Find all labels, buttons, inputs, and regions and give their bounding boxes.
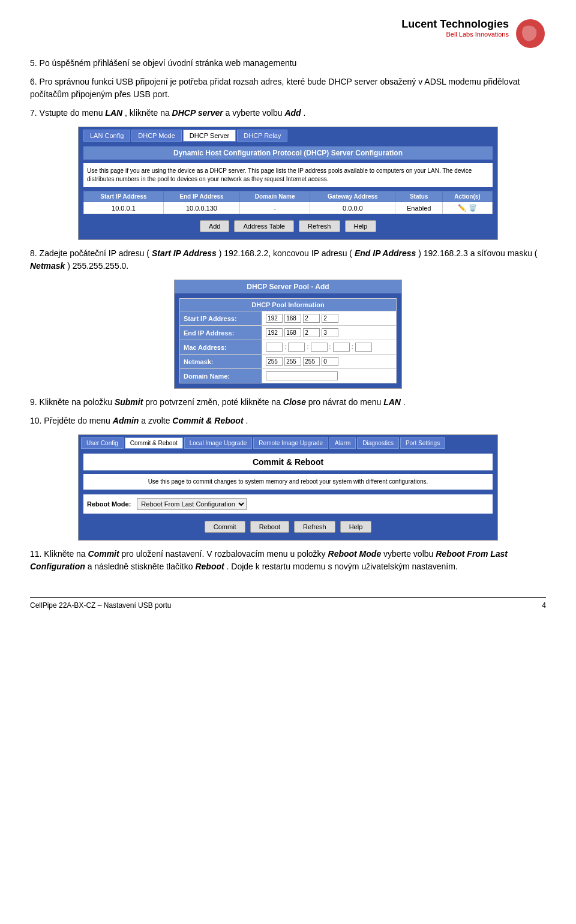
commit-button[interactable]: Commit (205, 521, 245, 533)
form-row-start-ip: Start IP Address: (180, 311, 397, 326)
dhcp-buttons-row: Add Address Table Refresh Help (83, 218, 493, 235)
section-9-num: 9. (30, 397, 37, 407)
end-ip-inputs (262, 326, 397, 340)
domain-label: Domain Name: (180, 369, 262, 383)
refresh-button[interactable]: Refresh (299, 220, 340, 232)
col-status: Status (395, 191, 443, 202)
tab-dhcp-relay[interactable]: DHCP Relay (237, 130, 287, 142)
tab-lan-config[interactable]: LAN Config (83, 130, 130, 142)
col-start-ip: Start IP Address (84, 191, 164, 202)
commit-buttons-row: Commit Reboot Refresh Help (83, 518, 493, 535)
commit-panel-desc: Use this page to commit changes to syste… (83, 474, 493, 490)
address-table-button[interactable]: Address Table (234, 220, 294, 232)
tagline: Bell Labs Innovations (401, 31, 509, 38)
cell-actions: ✏️ 🗑️ (443, 202, 493, 214)
form-row-mac: Mac Address: : : : : (180, 340, 397, 355)
section-11-commit: Commit (88, 549, 119, 559)
mac-2[interactable] (288, 343, 305, 352)
section-5-num: 5. (30, 58, 37, 68)
cell-gateway: 0.0.0.0 (310, 202, 395, 214)
end-ip-1[interactable] (266, 328, 283, 337)
section-6: 6. Pro správnou funkci USB připojení je … (30, 76, 546, 101)
form-row-subtitle: DHCP Pool Information (180, 299, 397, 311)
reboot-button[interactable]: Reboot (250, 521, 289, 533)
section-5: 5. Po úspěšném přihlášení se objeví úvod… (30, 57, 546, 70)
delete-icon[interactable]: 🗑️ (469, 204, 477, 212)
commit-panel-title: Commit & Reboot (83, 454, 493, 470)
cell-start-ip: 10.0.0.1 (84, 202, 164, 214)
section-9-submit: Submit (115, 397, 143, 407)
dhcp-nav-tabs: LAN Config DHCP Mode DHCP Server DHCP Re… (79, 127, 497, 142)
tab-local-image[interactable]: Local Image Upgrade (184, 437, 253, 449)
dhcp-server-panel: LAN Config DHCP Mode DHCP Server DHCP Re… (78, 127, 498, 240)
reboot-mode-label: Reboot Mode: (87, 500, 131, 508)
section-7-dhcp: DHCP server (172, 108, 223, 118)
start-ip-2[interactable] (284, 314, 301, 323)
logo-circle-icon (515, 18, 546, 51)
netmask-label: Netmask: (180, 355, 262, 369)
section-11-reboot-mode: Reboot Mode (328, 549, 382, 559)
section-9-lan: LAN (383, 397, 401, 407)
commit-nav-tabs: User Config Commit & Reboot Local Image … (79, 435, 497, 449)
reboot-mode-select[interactable]: Reboot From Last Configuration (137, 498, 247, 510)
domain-input[interactable] (266, 371, 338, 380)
dhcp-server-table: Start IP Address End IP Address Domain N… (83, 191, 493, 214)
page-footer: CellPipe 22A-BX-CZ – Nastavení USB portu… (30, 597, 546, 610)
logo-text: Lucent Technologies Bell Labs Innovation… (401, 18, 509, 38)
start-ip-4[interactable] (322, 314, 338, 323)
start-ip-3[interactable] (303, 314, 320, 323)
mac-1[interactable] (266, 343, 283, 352)
dhcp-pool-info-label: DHCP Pool Information (180, 299, 397, 311)
col-domain-name: Domain Name (240, 191, 310, 202)
end-ip-label: End IP Address: (180, 326, 262, 340)
netmask-4[interactable] (322, 357, 338, 366)
section-11-num: 11. (30, 549, 41, 559)
mac-4[interactable] (333, 343, 350, 352)
section-11: 11. Klikněte na Commit pro uložení nasta… (30, 548, 546, 573)
tab-dhcp-mode[interactable]: DHCP Mode (131, 130, 182, 142)
mac-5[interactable] (355, 343, 372, 352)
company-name: Lucent Technologies (401, 18, 509, 31)
netmask-3[interactable] (303, 357, 320, 366)
section-8-netmask: Netmask (30, 261, 65, 271)
start-ip-label: Start IP Address: (180, 311, 262, 326)
tab-port-settings[interactable]: Port Settings (400, 437, 445, 449)
commit-panel-body: Commit & Reboot Use this page to commit … (79, 449, 497, 540)
section-5-text: Po úspěšném přihlášení se objeví úvodní … (40, 58, 297, 68)
help-button[interactable]: Help (345, 220, 377, 232)
mac-3[interactable] (311, 343, 328, 352)
end-ip-4[interactable] (322, 328, 338, 337)
cell-domain: - (240, 202, 310, 214)
col-gateway: Gateway Address (310, 191, 395, 202)
dhcp-add-body: DHCP Pool Information Start IP Address: … (175, 293, 401, 388)
tab-alarm[interactable]: Alarm (329, 437, 356, 449)
form-row-netmask: Netmask: (180, 355, 397, 369)
tab-commit-reboot[interactable]: Commit & Reboot (125, 437, 183, 449)
section-8-end: End IP Address (355, 248, 416, 258)
start-ip-inputs (262, 311, 397, 326)
dhcp-add-title: DHCP Server Pool - Add (175, 280, 401, 293)
tab-remote-image[interactable]: Remote Image Upgrade (253, 437, 328, 449)
add-button[interactable]: Add (200, 220, 230, 232)
section-10-commit: Commit & Reboot (172, 416, 243, 425)
end-ip-3[interactable] (303, 328, 320, 337)
netmask-1[interactable] (266, 357, 283, 366)
edit-icon[interactable]: ✏️ (458, 204, 466, 212)
domain-input-cell (262, 369, 397, 383)
tab-diagnostics[interactable]: Diagnostics (357, 437, 399, 449)
end-ip-2[interactable] (284, 328, 301, 337)
dhcp-panel-title: Dynamic Host Configuration Protocol (DHC… (83, 146, 493, 160)
tab-user-config[interactable]: User Config (81, 437, 124, 449)
help-button-commit[interactable]: Help (340, 521, 372, 533)
refresh-button-commit[interactable]: Refresh (294, 521, 335, 533)
section-8-start: Start IP Address (152, 248, 217, 258)
section-8-num: 8. (30, 248, 37, 258)
start-ip-1[interactable] (266, 314, 283, 323)
dhcp-panel-desc: Use this page if you are using the devic… (83, 163, 493, 187)
mac-inputs: : : : : (262, 340, 397, 355)
tab-dhcp-server[interactable]: DHCP Server (183, 130, 236, 142)
footer-right: 4 (542, 601, 546, 610)
dhcp-add-panel: DHCP Server Pool - Add DHCP Pool Informa… (174, 280, 402, 389)
netmask-2[interactable] (284, 357, 301, 366)
form-row-end-ip: End IP Address: (180, 326, 397, 340)
